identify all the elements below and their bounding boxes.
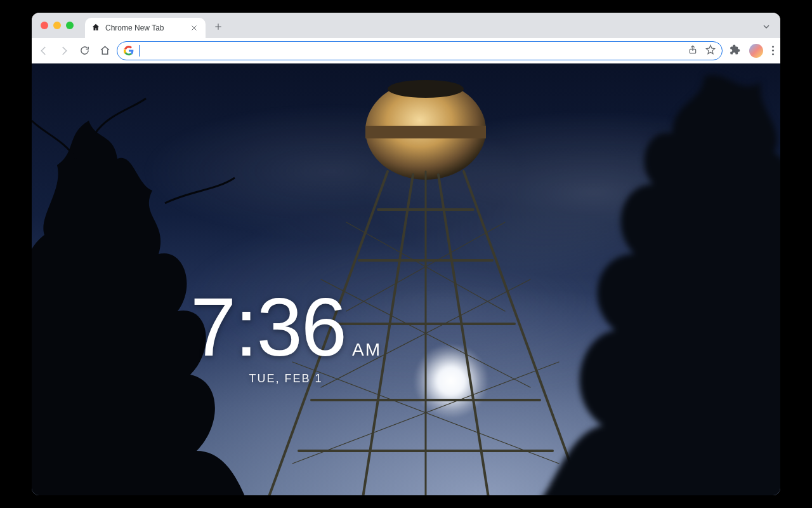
profile-avatar[interactable]	[749, 44, 763, 58]
new-tab-content: 7:36 AM TUE, FEB 1	[32, 64, 780, 495]
svg-point-2	[388, 80, 464, 98]
tab-title: Chrome New Tab	[105, 23, 184, 32]
browser-window: Chrome New Tab	[32, 13, 780, 495]
omnibox-actions	[688, 44, 716, 57]
home-icon	[91, 23, 100, 34]
toolbar	[32, 38, 780, 64]
clock-ampm: AM	[352, 340, 381, 360]
home-button[interactable]	[99, 45, 110, 57]
nav-buttons	[38, 45, 110, 57]
svg-rect-3	[365, 126, 486, 138]
forward-button[interactable]	[58, 45, 70, 57]
back-button[interactable]	[38, 45, 49, 57]
toolbar-right	[729, 44, 774, 58]
window-controls	[41, 22, 74, 29]
tab-active[interactable]: Chrome New Tab	[85, 18, 206, 38]
chrome-menu-button[interactable]	[772, 46, 774, 55]
window-close-button[interactable]	[41, 22, 48, 29]
clock-date: TUE, FEB 1	[190, 372, 381, 385]
window-fullscreen-button[interactable]	[66, 22, 74, 29]
tabs: Chrome New Tab	[85, 13, 231, 38]
bookmark-icon[interactable]	[705, 44, 716, 57]
tabs-dropdown-button[interactable]	[761, 22, 771, 34]
reload-button[interactable]	[79, 45, 90, 57]
window-minimize-button[interactable]	[53, 22, 61, 29]
share-icon[interactable]	[688, 44, 698, 57]
clock-time: 7:36	[190, 286, 346, 368]
extensions-icon[interactable]	[729, 44, 740, 58]
clock-widget: 7:36 AM TUE, FEB 1	[190, 286, 381, 385]
tab-close-button[interactable]	[189, 23, 199, 33]
google-icon	[124, 46, 134, 56]
text-cursor	[139, 45, 140, 57]
omnibox[interactable]	[117, 41, 723, 60]
tree-right	[539, 64, 780, 495]
tab-strip: Chrome New Tab	[32, 13, 780, 38]
new-tab-button[interactable]	[209, 18, 227, 36]
